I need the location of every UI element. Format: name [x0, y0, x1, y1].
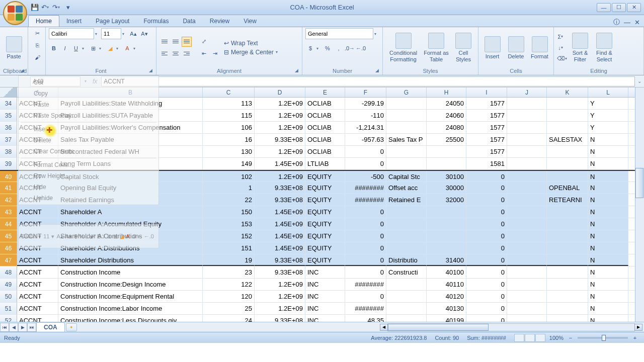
cell[interactable] [427, 158, 466, 169]
align-middle-icon[interactable] [171, 37, 181, 47]
col-header-c[interactable]: C [203, 87, 255, 97]
font-dropdown[interactable]: ▾ [95, 32, 100, 36]
cell[interactable]: Y [588, 110, 628, 121]
size-dropdown[interactable]: ▾ [122, 32, 127, 36]
row-header[interactable]: 46 [0, 242, 17, 254]
zoom-out-button[interactable]: − [566, 333, 576, 343]
hscroll-thumb[interactable] [388, 324, 489, 331]
insert-cells-button[interactable]: Insert [481, 36, 503, 59]
cell[interactable]: OCLIAB [305, 134, 345, 145]
cell[interactable]: 152 [203, 230, 255, 242]
cell[interactable] [507, 146, 547, 157]
decrease-indent-icon[interactable]: ⇤ [199, 49, 209, 59]
ctx-paste-special[interactable]: Paste Special... [19, 110, 158, 121]
cell[interactable]: 0 [345, 218, 386, 230]
cell[interactable] [507, 98, 547, 109]
cell[interactable]: 149 [203, 158, 255, 169]
currency-icon[interactable]: $ [305, 43, 315, 53]
cell[interactable] [507, 303, 547, 314]
cell[interactable]: 40100 [427, 266, 466, 278]
decrease-decimal-icon[interactable]: ←.0 [356, 43, 366, 53]
row-header[interactable]: 52 [0, 315, 17, 322]
cell[interactable]: 0 [466, 230, 507, 242]
cell[interactable] [547, 266, 588, 278]
cell[interactable]: 0 [466, 303, 507, 314]
cell[interactable]: 113 [203, 98, 255, 109]
cell[interactable]: 0 [466, 291, 507, 302]
cell[interactable]: OCLIAB [305, 98, 345, 109]
cell[interactable] [427, 218, 466, 230]
cell[interactable] [547, 218, 588, 230]
cell[interactable]: 0 [466, 242, 507, 254]
row-header[interactable]: 51 [0, 303, 17, 314]
cell[interactable]: ACCNT [17, 206, 58, 218]
cell[interactable]: 150 [203, 206, 255, 218]
cell[interactable]: 24050 [427, 98, 466, 109]
view-page-layout-button[interactable] [525, 334, 535, 342]
cell[interactable]: 1.2E+09 [255, 110, 305, 121]
ctx-delete[interactable]: Delete [19, 135, 158, 146]
cell[interactable]: N [588, 230, 628, 242]
cell[interactable] [507, 134, 547, 145]
save-icon[interactable]: 💾 [30, 3, 39, 12]
sort-filter-button[interactable]: Sort & Filter [569, 33, 591, 62]
tab-formulas[interactable]: Formulas [136, 16, 176, 27]
cell[interactable] [386, 230, 427, 242]
cell[interactable]: 115 [203, 110, 255, 121]
zoom-slider[interactable] [578, 337, 628, 339]
cell[interactable]: Constructi [386, 266, 427, 278]
cell[interactable]: N [588, 254, 628, 266]
format-as-table-button[interactable]: Format as Table [423, 33, 450, 62]
cell[interactable] [547, 206, 588, 218]
minimize-button[interactable]: — [597, 3, 611, 12]
cell[interactable]: ACCNT [17, 291, 58, 302]
row-header[interactable]: 49 [0, 279, 17, 290]
cell[interactable]: INC [305, 279, 345, 290]
cell[interactable]: N [588, 315, 628, 322]
cell[interactable]: INC [305, 266, 345, 278]
cell[interactable]: 40199 [427, 315, 466, 322]
cell[interactable] [386, 206, 427, 218]
wrap-text-button[interactable]: ↩Wrap Text [224, 40, 281, 47]
conditional-formatting-button[interactable]: Conditional Formatting [386, 33, 421, 62]
cell[interactable] [507, 291, 547, 302]
cell[interactable]: N [588, 194, 628, 206]
cell[interactable]: 25 [203, 303, 255, 314]
cell[interactable]: ACCNT [17, 266, 58, 278]
cell[interactable]: 32000 [427, 194, 466, 206]
cell[interactable] [547, 158, 588, 169]
cell[interactable]: 1 [203, 182, 255, 194]
cell[interactable]: -957.63 [345, 134, 386, 145]
cell[interactable]: 120 [203, 291, 255, 302]
cell[interactable]: 0 [345, 230, 386, 242]
row-header[interactable]: 42 [0, 194, 17, 206]
row-header[interactable]: 39 [0, 158, 17, 169]
cell[interactable]: 40110 [427, 279, 466, 290]
vertical-scrollbar[interactable] [635, 87, 644, 332]
row-header[interactable]: 44 [0, 218, 17, 230]
cell[interactable] [507, 206, 547, 218]
col-header-d[interactable]: D [255, 87, 305, 97]
align-top-icon[interactable] [159, 37, 170, 47]
cell[interactable] [547, 122, 588, 133]
cell[interactable]: Retained E [386, 194, 427, 206]
cell-styles-button[interactable]: Cell Styles [452, 33, 475, 62]
cell[interactable]: 1.2E+09 [255, 98, 305, 109]
cell[interactable] [547, 230, 588, 242]
cell[interactable]: 9.33E+08 [255, 315, 305, 322]
cell[interactable] [547, 315, 588, 322]
cell[interactable] [386, 242, 427, 254]
cell[interactable]: 9.33E+08 [255, 266, 305, 278]
cell[interactable]: 30000 [427, 182, 466, 194]
row-header[interactable]: 50 [0, 291, 17, 302]
cell[interactable]: EQUITY [305, 182, 345, 194]
cell[interactable]: Construction Income:Design Income [58, 279, 203, 290]
align-left-icon[interactable] [159, 49, 170, 59]
hscroll-left[interactable]: ◀ [380, 324, 388, 331]
cell[interactable]: -299.19 [345, 98, 386, 109]
cell[interactable]: EQUITY [305, 171, 345, 182]
cell[interactable]: Distributio [386, 254, 427, 266]
cell[interactable]: 153 [203, 218, 255, 230]
redo-icon[interactable]: ↷▾ [52, 3, 61, 12]
cell[interactable]: 0 [466, 171, 507, 182]
